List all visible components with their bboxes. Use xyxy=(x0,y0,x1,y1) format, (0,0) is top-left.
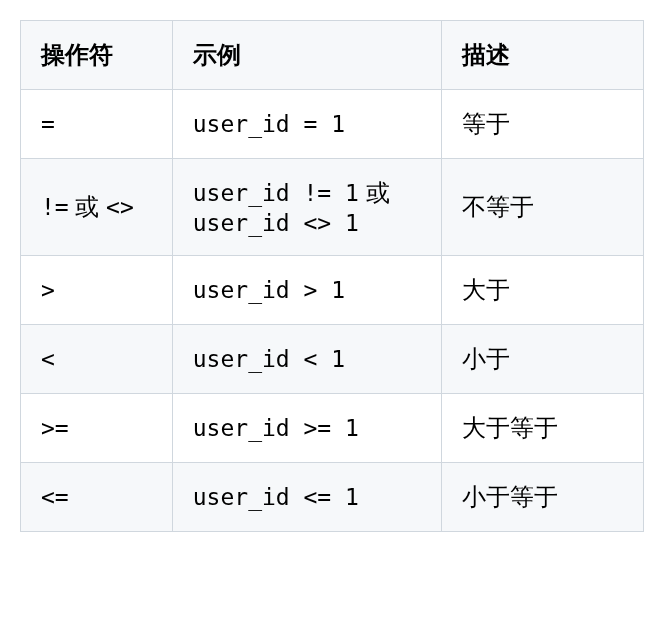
table-row: <= user_id <= 1 小于等于 xyxy=(21,463,644,532)
example-code: user_id <> 1 xyxy=(193,210,359,236)
operator-code: >= xyxy=(41,415,69,441)
cell-operator: >= xyxy=(21,394,173,463)
operator-code: <= xyxy=(41,484,69,510)
cell-example: user_id <= 1 xyxy=(172,463,442,532)
operators-table: 操作符 示例 描述 = user_id = 1 等于 != 或 <> user_… xyxy=(20,20,644,532)
operator-code: != xyxy=(41,194,69,220)
cell-example: user_id != 1 或 user_id <> 1 xyxy=(172,159,442,256)
example-code: user_id > 1 xyxy=(193,277,345,303)
example-code: user_id < 1 xyxy=(193,346,345,372)
header-example: 示例 xyxy=(172,21,442,90)
example-separator: 或 xyxy=(359,179,390,206)
cell-description: 小于等于 xyxy=(442,463,644,532)
table-header-row: 操作符 示例 描述 xyxy=(21,21,644,90)
header-operator: 操作符 xyxy=(21,21,173,90)
cell-example: user_id >= 1 xyxy=(172,394,442,463)
operator-code: < xyxy=(41,346,55,372)
table-row: >= user_id >= 1 大于等于 xyxy=(21,394,644,463)
cell-operator: != 或 <> xyxy=(21,159,173,256)
cell-operator: < xyxy=(21,325,173,394)
example-code: user_id >= 1 xyxy=(193,415,359,441)
table-row: = user_id = 1 等于 xyxy=(21,90,644,159)
example-code: user_id <= 1 xyxy=(193,484,359,510)
cell-example: user_id < 1 xyxy=(172,325,442,394)
table-row: < user_id < 1 小于 xyxy=(21,325,644,394)
operator-separator: 或 xyxy=(69,193,106,220)
cell-example: user_id = 1 xyxy=(172,90,442,159)
cell-description: 小于 xyxy=(442,325,644,394)
table-row: > user_id > 1 大于 xyxy=(21,256,644,325)
cell-description: 等于 xyxy=(442,90,644,159)
cell-example: user_id > 1 xyxy=(172,256,442,325)
header-description: 描述 xyxy=(442,21,644,90)
cell-operator: <= xyxy=(21,463,173,532)
operator-code: > xyxy=(41,277,55,303)
cell-operator: > xyxy=(21,256,173,325)
cell-operator: = xyxy=(21,90,173,159)
cell-description: 不等于 xyxy=(442,159,644,256)
operator-code: = xyxy=(41,111,55,137)
operator-code: <> xyxy=(106,194,134,220)
table-row: != 或 <> user_id != 1 或 user_id <> 1 不等于 xyxy=(21,159,644,256)
example-code: user_id = 1 xyxy=(193,111,345,137)
example-code: user_id != 1 xyxy=(193,180,359,206)
cell-description: 大于 xyxy=(442,256,644,325)
cell-description: 大于等于 xyxy=(442,394,644,463)
